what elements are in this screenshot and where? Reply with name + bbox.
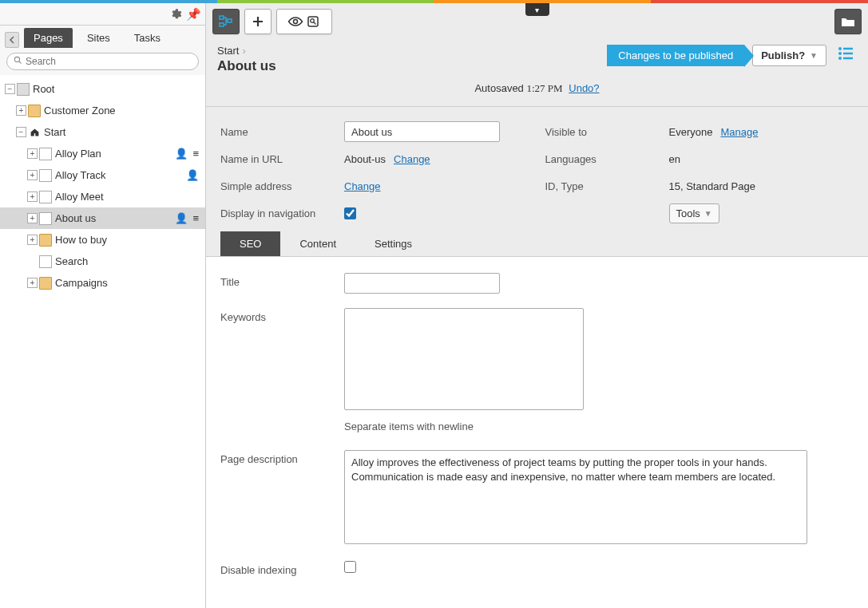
expand-toggle[interactable] — [27, 278, 38, 288]
user-icon[interactable]: 👤 — [175, 148, 188, 160]
top-drawer-handle[interactable]: ▾ — [525, 3, 549, 16]
keywords-hint: Separate items with newline — [344, 420, 854, 432]
assets-folder-button[interactable] — [834, 9, 862, 34]
expand-toggle[interactable] — [5, 84, 15, 94]
tree-label: Alloy Meet — [55, 191, 104, 203]
tree-customer-zone[interactable]: Customer Zone — [0, 100, 205, 121]
left-panel: 📌 Pages Sites Tasks Root — [0, 3, 206, 608]
expand-toggle[interactable] — [27, 213, 38, 223]
seo-title-input[interactable] — [344, 273, 500, 294]
tab-settings[interactable]: Settings — [355, 231, 431, 256]
page-icon — [39, 191, 52, 203]
options-list-button[interactable] — [834, 45, 857, 66]
gear-icon[interactable] — [167, 6, 184, 23]
page-icon — [39, 255, 52, 268]
simple-address-change-link[interactable]: Change — [344, 180, 381, 192]
name-in-url-change-link[interactable]: Change — [394, 153, 430, 165]
user-icon[interactable]: 👤 — [175, 212, 188, 224]
undo-link[interactable]: Undo? — [569, 82, 599, 94]
tree-start[interactable]: Start — [0, 121, 205, 143]
properties-area: Name Name in URL About-us Change Simple … — [206, 107, 868, 257]
simple-address-label: Simple address — [220, 180, 344, 192]
page-icon — [39, 169, 52, 182]
content-tabs: SEO Content Settings — [220, 231, 854, 256]
tree-label: About us — [55, 212, 96, 224]
tree-search-input[interactable] — [26, 56, 192, 67]
root-icon — [17, 83, 30, 96]
search-icon — [14, 56, 22, 67]
display-navigation-label: Display in navigation — [220, 207, 344, 219]
svg-rect-3 — [220, 23, 224, 26]
tree-search-page[interactable]: Search — [0, 251, 205, 272]
expand-toggle[interactable] — [27, 191, 38, 202]
menu-icon[interactable]: ≡ — [192, 212, 199, 224]
chevron-down-icon: ▼ — [704, 209, 712, 218]
tree-alloy-meet[interactable]: Alloy Meet — [0, 186, 205, 207]
seo-description-textarea[interactable] — [344, 450, 807, 544]
tree-about-us[interactable]: About us 👤≡ — [0, 207, 205, 229]
svg-rect-4 — [228, 19, 232, 22]
tree-how-to-buy[interactable]: How to buy — [0, 229, 205, 251]
publish-controls: Changes to be published Publish? ▼ — [607, 45, 857, 66]
seo-keywords-textarea[interactable] — [344, 308, 584, 410]
tree-label: Start — [44, 126, 65, 138]
publish-button[interactable]: Publish? ▼ — [752, 45, 826, 66]
tree-label: Alloy Plan — [55, 148, 101, 160]
add-button[interactable] — [244, 9, 271, 34]
tree-label: How to buy — [55, 234, 107, 246]
disable-indexing-checkbox[interactable] — [344, 561, 356, 573]
page-header: Start › About us Changes to be published… — [206, 40, 868, 74]
tab-pages[interactable]: Pages — [24, 28, 73, 48]
collapse-tabs-button[interactable] — [5, 32, 19, 48]
menu-icon[interactable]: ≡ — [192, 148, 199, 160]
svg-point-7 — [311, 19, 315, 23]
autosave-prefix: Autosaved — [474, 82, 523, 94]
id-type-value: 15, Standard Page — [669, 180, 755, 192]
tree-view-button[interactable] — [212, 9, 240, 34]
expand-toggle[interactable] — [16, 127, 26, 137]
tree-root[interactable]: Root — [0, 78, 205, 100]
page-icon — [39, 212, 52, 225]
svg-point-0 — [14, 57, 19, 61]
chevron-down-icon: ▼ — [810, 51, 818, 60]
left-panel-header: 📌 — [0, 3, 205, 26]
expand-toggle[interactable] — [27, 235, 38, 245]
tree-alloy-plan[interactable]: Alloy Plan 👤≡ — [0, 143, 205, 164]
folder-icon — [39, 234, 52, 247]
breadcrumb: Start › — [217, 45, 607, 57]
tools-dropdown[interactable]: Tools ▼ — [669, 203, 719, 223]
tree-search-box[interactable] — [6, 53, 199, 70]
display-navigation-checkbox[interactable] — [344, 207, 356, 219]
name-in-url-label: Name in URL — [220, 153, 344, 165]
expand-toggle[interactable] — [27, 170, 38, 180]
chevron-right-icon: › — [242, 45, 245, 57]
languages-label: Languages — [545, 153, 669, 165]
svg-point-11 — [838, 57, 842, 60]
id-type-label: ID, Type — [545, 180, 669, 192]
tab-tasks[interactable]: Tasks — [125, 28, 170, 48]
user-icon[interactable]: 👤 — [186, 169, 199, 181]
left-tabs: Pages Sites Tasks — [0, 26, 205, 48]
tree-label: Search — [55, 255, 88, 267]
expand-toggle[interactable] — [27, 148, 38, 159]
changes-status-badge: Changes to be published — [607, 45, 744, 66]
manage-link[interactable]: Manage — [720, 126, 758, 138]
tab-content[interactable]: Content — [280, 231, 355, 256]
tree-campaigns[interactable]: Campaigns — [0, 272, 205, 294]
page-title: About us — [217, 58, 607, 74]
autosave-status: Autosaved 1:27 PM Undo? — [206, 74, 868, 107]
home-icon — [28, 126, 41, 139]
svg-point-9 — [838, 47, 842, 50]
name-input[interactable] — [344, 121, 500, 142]
preview-search-button[interactable] — [276, 9, 332, 34]
folder-icon — [28, 105, 41, 117]
tab-sites[interactable]: Sites — [77, 28, 120, 48]
tree-alloy-track[interactable]: Alloy Track 👤 — [0, 164, 205, 186]
breadcrumb-parent[interactable]: Start — [217, 45, 239, 57]
expand-toggle[interactable] — [16, 105, 26, 116]
tree-label: Customer Zone — [44, 105, 116, 116]
tree-search-row — [0, 48, 205, 75]
seo-tab-content: Title Keywords Separate items with newli… — [206, 257, 868, 608]
pin-icon[interactable]: 📌 — [184, 6, 202, 23]
tab-seo[interactable]: SEO — [220, 231, 280, 256]
